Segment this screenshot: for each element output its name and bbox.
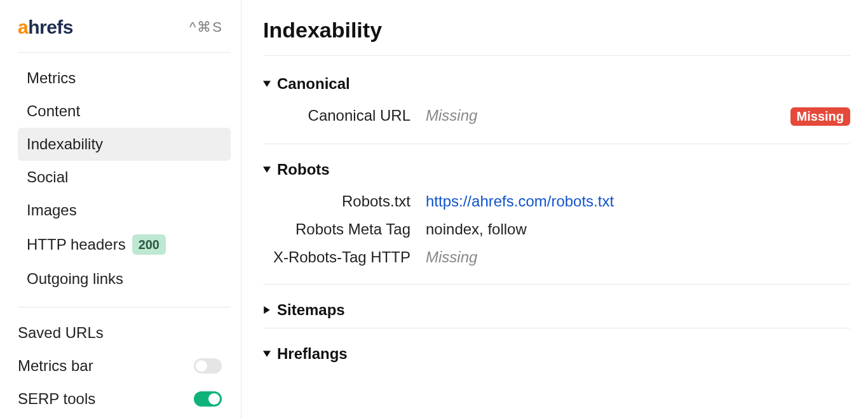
sidebar: ahrefs ^⌘S MetricsContentIndexabilitySoc… bbox=[0, 0, 241, 418]
section-title: Canonical bbox=[277, 75, 350, 93]
sidebar-item-http-headers[interactable]: HTTP headers200 bbox=[18, 227, 231, 262]
caret-down-icon bbox=[263, 166, 271, 173]
sidebar-bottom-item-metrics-bar[interactable]: Metrics bar bbox=[18, 349, 231, 382]
section-toggle[interactable]: Robots bbox=[263, 157, 850, 187]
link[interactable]: https://ahrefs.com/robots.txt bbox=[426, 192, 614, 210]
section-hreflangs: Hreflangs bbox=[263, 341, 850, 372]
status-badge: 200 bbox=[132, 234, 166, 255]
sidebar-separator bbox=[18, 307, 231, 307]
sections: CanonicalCanonical URLMissingMissingRobo… bbox=[263, 71, 850, 372]
section-title: Sitemaps bbox=[277, 301, 345, 319]
section-toggle[interactable]: Canonical bbox=[263, 71, 850, 102]
toggle[interactable] bbox=[194, 358, 222, 374]
sidebar-item-content[interactable]: Content bbox=[18, 95, 231, 128]
field-row: Robots.txthttps://ahrefs.com/robots.txt bbox=[263, 187, 850, 215]
sidebar-bottom-item-label: Metrics bar bbox=[18, 357, 93, 375]
missing-badge: Missing bbox=[790, 107, 850, 126]
field-value: Missing bbox=[426, 248, 850, 266]
sidebar-item-label: HTTP headers bbox=[27, 236, 126, 253]
caret-right-icon bbox=[263, 306, 271, 314]
toggle[interactable] bbox=[194, 391, 222, 407]
sidebar-item-images[interactable]: Images bbox=[18, 194, 231, 227]
sidebar-bottom-item-serp-tools[interactable]: SERP tools bbox=[18, 382, 231, 415]
section-canonical: CanonicalCanonical URLMissingMissing bbox=[263, 71, 850, 144]
svg-marker-1 bbox=[263, 166, 271, 173]
sidebar-item-label: Outgoing links bbox=[27, 270, 123, 288]
sidebar-item-label: Metrics bbox=[27, 69, 76, 87]
section-title: Hreflangs bbox=[277, 345, 348, 363]
caret-down-icon bbox=[263, 350, 271, 358]
svg-marker-2 bbox=[264, 306, 270, 314]
shortcut-hint: ^⌘S bbox=[189, 19, 223, 36]
toggle-knob bbox=[208, 393, 220, 405]
section-sitemaps: Sitemaps bbox=[263, 297, 850, 328]
sidebar-item-social[interactable]: Social bbox=[18, 161, 231, 194]
field-row: Robots Meta Tagnoindex, follow bbox=[263, 215, 850, 243]
sidebar-item-label: Social bbox=[27, 168, 68, 186]
sidebar-bottom-nav: Saved URLsMetrics barSERP tools bbox=[18, 316, 231, 415]
sidebar-item-outgoing-links[interactable]: Outgoing links bbox=[18, 262, 231, 295]
sidebar-item-label: Content bbox=[27, 102, 80, 120]
section-body: Canonical URLMissingMissing bbox=[263, 102, 850, 144]
field-label: X-Robots-Tag HTTP bbox=[263, 248, 426, 266]
svg-marker-0 bbox=[263, 81, 271, 87]
sidebar-bottom-item-saved-urls[interactable]: Saved URLs bbox=[18, 316, 231, 349]
field-value: noindex, follow bbox=[426, 220, 850, 238]
field-row: Canonical URLMissingMissing bbox=[263, 102, 850, 131]
caret-down-icon bbox=[263, 80, 271, 88]
section-toggle[interactable]: Hreflangs bbox=[263, 341, 850, 372]
sidebar-nav: MetricsContentIndexabilitySocialImagesHT… bbox=[18, 62, 231, 295]
section-separator bbox=[263, 328, 850, 328]
sidebar-header: ahrefs ^⌘S bbox=[18, 18, 231, 53]
field-label: Robots.txt bbox=[263, 192, 426, 210]
main-panel: Indexability CanonicalCanonical URLMissi… bbox=[241, 0, 868, 418]
field-row: X-Robots-Tag HTTPMissing bbox=[263, 243, 850, 271]
sidebar-item-indexability[interactable]: Indexability bbox=[18, 128, 231, 161]
page-title: Indexability bbox=[263, 18, 850, 56]
brand-logo: ahrefs bbox=[18, 18, 73, 37]
section-toggle[interactable]: Sitemaps bbox=[263, 297, 850, 328]
field-label: Robots Meta Tag bbox=[263, 220, 426, 238]
toggle-knob bbox=[196, 360, 207, 372]
sidebar-item-label: Indexability bbox=[27, 135, 103, 153]
field-value: Missing bbox=[426, 107, 790, 125]
sidebar-item-label: Images bbox=[27, 201, 77, 219]
sidebar-item-metrics[interactable]: Metrics bbox=[18, 62, 231, 95]
sidebar-bottom-item-label: SERP tools bbox=[18, 390, 95, 408]
section-body: Robots.txthttps://ahrefs.com/robots.txtR… bbox=[263, 187, 850, 285]
section-robots: RobotsRobots.txthttps://ahrefs.com/robot… bbox=[263, 157, 850, 285]
field-value[interactable]: https://ahrefs.com/robots.txt bbox=[426, 192, 850, 210]
svg-marker-3 bbox=[263, 351, 271, 357]
field-label: Canonical URL bbox=[263, 107, 426, 125]
sidebar-bottom-item-label: Saved URLs bbox=[18, 324, 104, 342]
section-title: Robots bbox=[277, 161, 330, 179]
